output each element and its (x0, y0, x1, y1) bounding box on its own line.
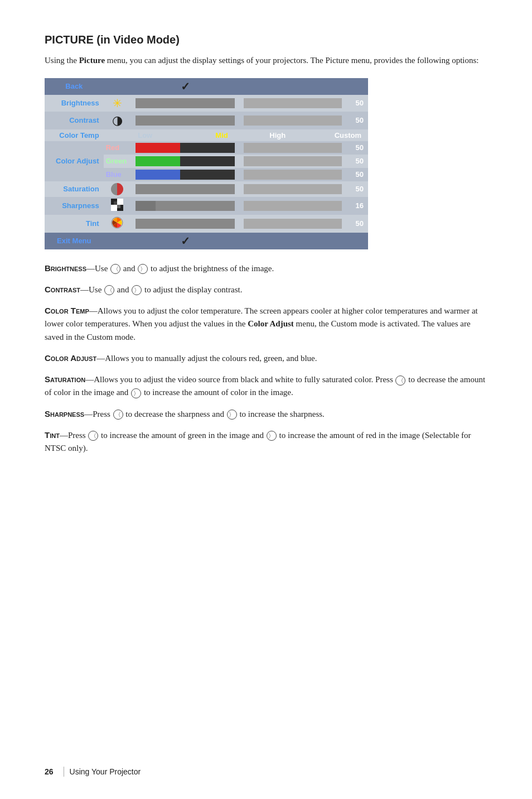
desc-contrast: Contrast—Use 〈 and 〉 to adjust the displ… (45, 283, 487, 296)
sharpness-bar (131, 197, 239, 215)
blue-value: 50 (346, 168, 368, 181)
intro-text: Using the Picture menu, you can adjust t… (45, 54, 487, 67)
menu-row-tint: Tint 50 (45, 215, 368, 233)
saturation-value: 50 (346, 181, 368, 197)
contrast-value: 50 (346, 112, 368, 129)
green-bar (131, 155, 239, 168)
ct-low: Low (136, 131, 194, 139)
brightness-value: 50 (346, 95, 368, 112)
green-value: 50 (346, 155, 368, 168)
svg-rect-1 (117, 199, 123, 205)
sharpness-bar2 (239, 197, 346, 215)
svg-rect-5 (117, 205, 120, 208)
menu-row-colortemp: Color Temp Low Mid High Custom (45, 129, 368, 141)
page-title: PICTURE (in Video Mode) (45, 33, 487, 46)
desc-colortemp-term: Color Temp (45, 306, 89, 315)
footer-text: Using Your Projector (70, 767, 141, 776)
red-bar (131, 141, 239, 155)
desc-saturation-term: Saturation (45, 374, 85, 384)
desc-tint-term: Tint (45, 430, 60, 440)
blue-bar2 (239, 168, 346, 181)
contrast-icon: ◑ (112, 113, 123, 128)
contrast-bar (131, 112, 239, 129)
menu-row-back: Back ✓ (45, 78, 368, 95)
brightness-icon: ✳ (113, 97, 122, 110)
tint-right-btn: 〉 (267, 431, 277, 441)
contrast-bar2 (239, 112, 346, 129)
desc-saturation: Saturation—Allows you to adjust the vide… (45, 373, 487, 399)
desc-coloradjust-term: Color Adjust (45, 353, 96, 363)
sharpness-icon-cell (104, 197, 132, 215)
svg-rect-2 (111, 205, 117, 211)
green-bar2 (239, 155, 346, 168)
desc-sharpness-term: Sharpness (45, 409, 84, 418)
tint-label: Tint (45, 215, 104, 233)
tint-icon (111, 216, 123, 229)
saturation-right-btn: 〉 (131, 388, 141, 398)
desc-brightness: Brightness—Use 〈 and 〉 to adjust the bri… (45, 262, 487, 275)
saturation-label: Saturation (45, 181, 104, 197)
contrast-icon-cell: ◑ (104, 112, 132, 129)
red-value: 50 (346, 141, 368, 155)
desc-brightness-term: Brightness (45, 263, 86, 273)
menu-row-saturation: Saturation 50 (45, 181, 368, 197)
sharpness-right-btn: 〉 (227, 410, 237, 420)
contrast-left-btn: 〈 (104, 285, 114, 295)
brightness-bar (131, 95, 239, 112)
svg-rect-4 (114, 201, 117, 205)
footer-page-number: 26 (45, 767, 54, 776)
brightness-left-btn: 〈 (110, 264, 120, 274)
menu-row-brightness: Brightness ✳ 50 (45, 95, 368, 112)
tint-icon-cell (104, 215, 132, 233)
menu-row-sharpness: Sharpness 16 (45, 197, 368, 215)
contrast-right-btn: 〉 (132, 285, 142, 295)
desc-sharpness: Sharpness—Press 〈 to decrease the sharpn… (45, 407, 487, 421)
exit-label: Exit Menu (45, 233, 104, 249)
descriptions-section: Brightness—Use 〈 and 〉 to adjust the bri… (45, 262, 487, 455)
desc-tint: Tint—Press 〈 to increase the amount of g… (45, 429, 487, 455)
sharpness-label: Sharpness (45, 197, 104, 215)
ct-custom: Custom (306, 131, 364, 139)
green-sublabel: Green (104, 155, 132, 168)
contrast-label: Contrast (45, 112, 104, 129)
colortemp-label: Color Temp (45, 129, 104, 141)
coloradjust-label: Color Adjust (45, 141, 104, 181)
saturation-bar2 (239, 181, 346, 197)
desc-coloradjust: Color Adjust—Allows you to manually adju… (45, 352, 487, 365)
sharpness-value: 16 (346, 197, 368, 215)
menu-row-exit: Exit Menu ✓ (45, 233, 368, 249)
brightness-bar2 (239, 95, 346, 112)
brightness-icon-cell: ✳ (104, 95, 132, 112)
ct-high: High (250, 131, 306, 139)
saturation-icon-cell (104, 181, 132, 197)
tint-value: 50 (346, 215, 368, 233)
tint-bar (131, 215, 239, 233)
blue-bar (131, 168, 239, 181)
brightness-label: Brightness (45, 95, 104, 112)
sharpness-left-btn: 〈 (113, 410, 123, 420)
sharpness-icon (111, 199, 123, 211)
desc-colortemp: Color Temp—Allows you to adjust the colo… (45, 304, 487, 344)
colortemp-options: Low Mid High Custom (131, 129, 368, 141)
desc-contrast-term: Contrast (45, 285, 80, 294)
red-bar2 (239, 141, 346, 155)
tint-bar2 (239, 215, 346, 233)
footer-divider (64, 767, 64, 777)
red-sublabel: Red (104, 141, 132, 155)
brightness-right-btn: 〉 (138, 264, 148, 274)
saturation-left-btn: 〈 (395, 376, 405, 386)
saturation-icon (111, 183, 123, 195)
back-label: Back (45, 78, 104, 95)
page-footer: 26 Using Your Projector (45, 767, 487, 777)
menu-table: Back ✓ Brightness ✳ 50 Contrast ◑ 50 (45, 78, 368, 249)
tint-left-btn: 〈 (88, 431, 98, 441)
menu-row-coloradjust: Color Adjust Red 50 (45, 141, 368, 155)
ct-mid: Mid (194, 131, 249, 139)
menu-row-contrast: Contrast ◑ 50 (45, 112, 368, 129)
blue-sublabel: Blue (104, 168, 132, 181)
saturation-bar (131, 181, 239, 197)
